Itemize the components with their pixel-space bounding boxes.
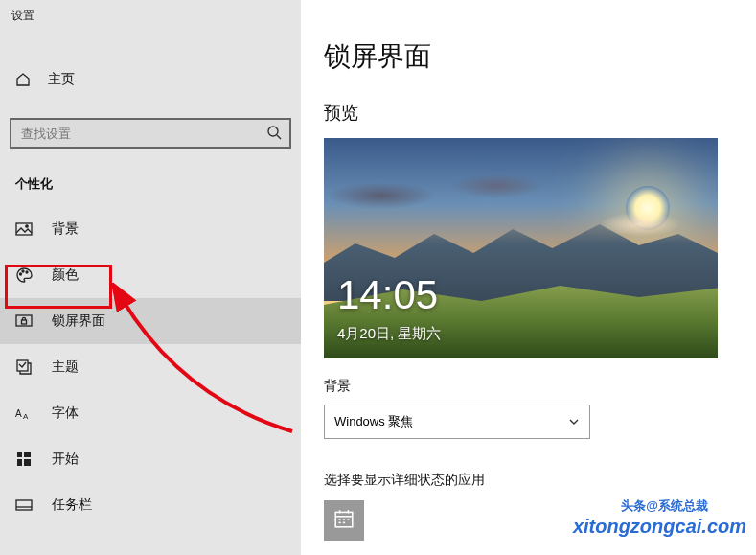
preview-date: 4月20日, 星期六: [337, 325, 441, 343]
page-title: 锁屏界面: [324, 38, 736, 75]
svg-rect-15: [24, 459, 31, 466]
sidebar-item-start[interactable]: 开始: [0, 436, 301, 482]
svg-rect-2: [16, 223, 32, 235]
nav-label: 开始: [52, 451, 79, 468]
start-icon: [15, 451, 33, 468]
svg-point-4: [20, 273, 22, 275]
detail-status-label: 选择要显示详细状态的应用: [324, 472, 736, 489]
nav-label: 主题: [52, 358, 79, 376]
sidebar-item-background[interactable]: 背景: [0, 206, 301, 252]
palette-icon: [15, 266, 33, 284]
svg-text:A: A: [23, 412, 29, 421]
sidebar-home[interactable]: 主页: [0, 60, 301, 99]
preview-heading: 预览: [324, 102, 736, 125]
app-title: 设置: [0, 0, 301, 24]
preview-time: 14:05: [337, 272, 438, 318]
svg-rect-14: [17, 459, 22, 466]
sidebar-item-fonts[interactable]: AA 字体: [0, 390, 301, 436]
nav-label: 颜色: [52, 266, 79, 284]
dropdown-value: Windows 聚焦: [334, 413, 413, 430]
nav-label: 背景: [52, 220, 79, 238]
calendar-icon: [333, 508, 355, 533]
svg-rect-16: [16, 500, 32, 510]
svg-point-3: [26, 225, 28, 227]
svg-text:A: A: [15, 408, 22, 419]
svg-point-0: [268, 127, 278, 136]
background-dropdown[interactable]: Windows 聚焦: [324, 405, 590, 439]
sidebar-item-colors[interactable]: 颜色: [0, 252, 301, 298]
nav-label: 字体: [52, 405, 79, 422]
watermark-main: xitongzongcai.com: [573, 516, 746, 538]
search-box[interactable]: [10, 118, 291, 149]
taskbar-icon: [15, 497, 33, 514]
home-label: 主页: [48, 71, 75, 88]
chevron-down-icon: [568, 416, 580, 428]
picture-icon: [15, 220, 33, 238]
svg-line-1: [277, 135, 281, 139]
section-personalization: 个性化: [15, 175, 301, 193]
nav-label: 任务栏: [52, 497, 92, 514]
lockscreen-icon: [15, 312, 33, 330]
svg-point-5: [22, 270, 24, 272]
sidebar-item-lockscreen[interactable]: 锁屏界面: [0, 298, 301, 344]
nav-label: 锁屏界面: [52, 312, 105, 330]
fonts-icon: AA: [15, 405, 33, 422]
svg-rect-13: [24, 452, 31, 457]
detail-app-tile[interactable]: [324, 500, 364, 541]
svg-rect-12: [17, 452, 22, 457]
svg-rect-8: [22, 320, 27, 324]
themes-icon: [15, 358, 33, 376]
sidebar-item-taskbar[interactable]: 任务栏: [0, 482, 301, 528]
lockscreen-preview[interactable]: 14:05 4月20日, 星期六: [324, 138, 718, 358]
sidebar-item-themes[interactable]: 主题: [0, 344, 301, 390]
home-icon: [15, 72, 31, 87]
background-label: 背景: [324, 378, 736, 395]
search-icon: [266, 125, 284, 142]
svg-point-6: [26, 271, 28, 273]
watermark-sub: 头条@系统总裁: [621, 497, 708, 515]
search-input[interactable]: [10, 118, 291, 149]
